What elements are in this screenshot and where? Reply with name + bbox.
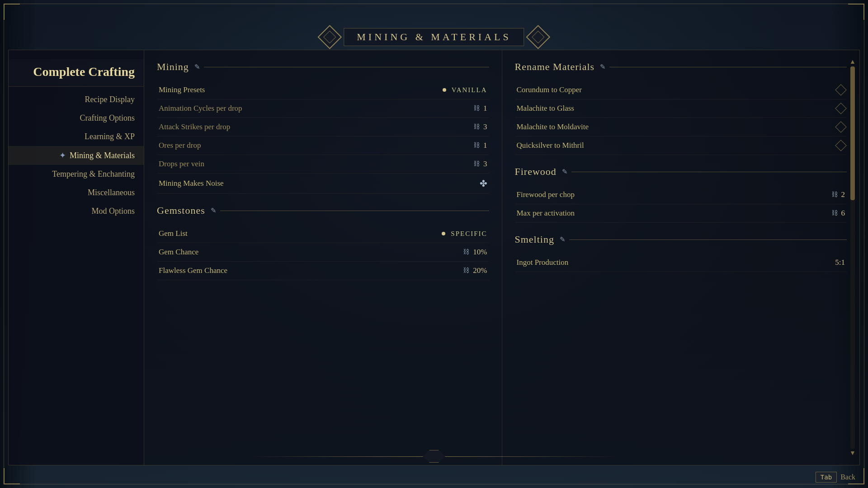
pct-value: 10% — [473, 248, 487, 257]
attack-strikes-value[interactable]: ⛓ 3 — [473, 122, 487, 131]
malachite-glass-value[interactable] — [837, 104, 845, 113]
drops-per-vein-label: Drops per vein — [159, 160, 204, 169]
deco-center — [423, 450, 445, 463]
diamond-icon — [835, 84, 846, 95]
chain-icon: ⛓ — [473, 123, 480, 131]
section-edit-icon[interactable]: ✎ — [600, 63, 606, 71]
gear-cross-icon: ✤ — [480, 178, 487, 189]
sidebar-item-tempering-enchanting[interactable]: Tempering & Enchanting — [9, 165, 144, 183]
main-container: Complete Crafting Recipe Display Craftin… — [8, 50, 860, 465]
gear-icon: ✦ — [59, 150, 66, 160]
sidebar-item-crafting-options[interactable]: Crafting Options — [9, 109, 144, 127]
dot-icon — [443, 88, 446, 92]
smelting-section-line — [569, 239, 847, 240]
section-edit-icon[interactable]: ✎ — [194, 63, 200, 71]
firewood-section-title: Firewood — [515, 166, 557, 178]
value-text: 1 — [483, 141, 487, 150]
title-diamond-right — [526, 25, 551, 49]
flawless-gem-chance-value[interactable]: ⛓ 20% — [463, 266, 487, 275]
animation-cycles-value[interactable]: ⛓ 1 — [473, 104, 487, 113]
mining-presets-value[interactable]: VANILLA — [443, 86, 487, 94]
smelting-section-header: Smelting ✎ — [515, 234, 847, 245]
sidebar-item-mining-materials[interactable]: ✦ Mining & Materials — [9, 146, 144, 165]
chain-icon: ⛓ — [463, 249, 469, 256]
mining-noise-value[interactable]: ✤ — [480, 178, 487, 189]
max-per-activation-value[interactable]: ⛓ 6 — [831, 209, 845, 218]
drops-per-vein-value[interactable]: ⛓ 3 — [473, 160, 487, 169]
sidebar-item-label: Learning & XP — [85, 132, 135, 141]
content-area: Mining ✎ Mining Presets VANILLA Animatio… — [144, 50, 859, 465]
left-panel: Mining ✎ Mining Presets VANILLA Animatio… — [144, 50, 502, 465]
ores-per-drop-value[interactable]: ⛓ 1 — [473, 141, 487, 150]
quicksilver-mithril-row: Quicksilver to Mithril — [515, 136, 847, 155]
sidebar-item-label: Tempering & Enchanting — [52, 169, 135, 179]
chain-icon: ⛓ — [463, 267, 469, 274]
value-text: 5:1 — [835, 258, 845, 267]
quicksilver-mithril-value[interactable] — [837, 141, 845, 150]
mining-noise-row: Mining Makes Noise ✤ — [157, 174, 489, 194]
drops-per-vein-row: Drops per vein ⛓ 3 — [157, 155, 489, 174]
sidebar-item-recipe-display[interactable]: Recipe Display — [9, 90, 144, 109]
gemstones-section-title: Gemstones — [157, 205, 205, 216]
gem-chance-value[interactable]: ⛓ 10% — [463, 248, 487, 257]
sidebar-item-label: Miscellaneous — [88, 188, 135, 197]
ingot-production-value[interactable]: 5:1 — [835, 258, 845, 267]
deco-line-left — [251, 456, 423, 457]
scrollbar-track: ▲ ▼ — [850, 59, 855, 456]
rename-materials-line — [609, 67, 847, 67]
title-diamond-left — [317, 25, 342, 49]
section-edit-icon[interactable]: ✎ — [211, 206, 217, 215]
corundum-copper-value[interactable] — [837, 86, 845, 94]
ingot-production-row: Ingot Production 5:1 — [515, 253, 847, 272]
max-per-activation-row: Max per activation ⛓ 6 — [515, 204, 847, 223]
firewood-per-chop-value[interactable]: ⛓ 2 — [831, 190, 845, 199]
animation-cycles-label: Animation Cycles per drop — [159, 104, 242, 113]
section-edit-icon[interactable]: ✎ — [562, 168, 568, 176]
chain-icon: ⛓ — [831, 191, 838, 198]
max-per-activation-label: Max per activation — [517, 209, 575, 218]
sidebar-item-label: Recipe Display — [85, 95, 135, 104]
value-text: 3 — [483, 160, 487, 169]
value-text: 2 — [841, 190, 845, 199]
right-panel: Rename Materials ✎ Corundum to Copper Ma… — [502, 50, 860, 465]
mining-presets-label: Mining Presets — [159, 85, 205, 94]
mining-section-header: Mining ✎ — [157, 61, 489, 73]
smelting-section-title: Smelting — [515, 234, 554, 245]
bottom-decoration — [251, 450, 617, 463]
scrollbar-track-inner — [850, 66, 855, 449]
malachite-moldavite-value[interactable] — [837, 123, 845, 131]
deco-line-right — [445, 456, 617, 457]
rename-materials-section-header: Rename Materials ✎ — [515, 61, 847, 73]
chain-icon: ⛓ — [473, 142, 480, 149]
dot-icon — [442, 232, 445, 235]
scrollbar-arrow-down[interactable]: ▼ — [849, 450, 856, 457]
sidebar-item-label: Mining & Materials — [70, 151, 135, 160]
ingot-production-label: Ingot Production — [517, 258, 569, 267]
value-text: 3 — [483, 122, 487, 131]
gemstones-section-header: Gemstones ✎ — [157, 205, 489, 216]
sidebar: Complete Crafting Recipe Display Craftin… — [9, 50, 144, 465]
gemstones-section-line — [220, 211, 489, 211]
diamond-icon — [835, 103, 846, 114]
gem-list-row: Gem List SPECIFIC — [157, 225, 489, 243]
tab-key-badge[interactable]: Tab — [816, 472, 837, 483]
vanilla-value: VANILLA — [452, 86, 487, 94]
attack-strikes-label: Attack Strikes per drop — [159, 122, 230, 131]
diamond-icon — [835, 140, 846, 151]
sidebar-item-miscellaneous[interactable]: Miscellaneous — [9, 183, 144, 202]
firewood-per-chop-row: Firewood per chop ⛓ 2 — [515, 186, 847, 204]
gem-list-value[interactable]: SPECIFIC — [442, 230, 487, 238]
title-bar: MINING & MATERIALS — [321, 28, 547, 46]
scrollbar-arrow-up[interactable]: ▲ — [849, 58, 856, 66]
sidebar-item-learning-xp[interactable]: Learning & XP — [9, 127, 144, 146]
malachite-glass-label: Malachite to Glass — [517, 104, 574, 113]
section-edit-icon[interactable]: ✎ — [560, 235, 566, 244]
chain-icon: ⛓ — [473, 105, 480, 112]
gem-chance-label: Gem Chance — [159, 248, 198, 257]
mining-section-title: Mining — [157, 61, 189, 73]
scrollbar-thumb[interactable] — [850, 66, 855, 200]
pct-value: 20% — [473, 266, 487, 275]
sidebar-item-mod-options[interactable]: Mod Options — [9, 202, 144, 221]
sidebar-item-label: Crafting Options — [80, 113, 135, 123]
malachite-glass-row: Malachite to Glass — [515, 99, 847, 118]
